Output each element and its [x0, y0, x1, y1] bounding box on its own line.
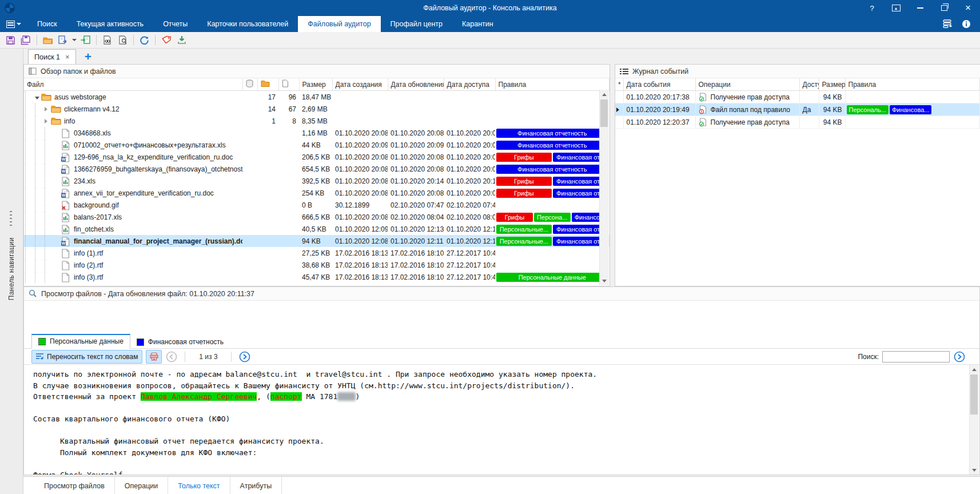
scroll-down-icon[interactable]	[600, 276, 609, 285]
column-header-created[interactable]: Дата создания	[332, 78, 388, 91]
viewer-tab[interactable]: Операции	[115, 477, 168, 494]
file-count	[278, 127, 299, 139]
open-folder-button[interactable]	[40, 33, 55, 47]
text-line	[33, 425, 967, 436]
next-page-button[interactable]	[238, 350, 251, 363]
menu-tab[interactable]: Поиск	[27, 16, 67, 32]
info-icon[interactable]	[962, 19, 971, 29]
restore-icon	[941, 5, 947, 11]
journal-row[interactable]: 01.10.2020 12:20:37Получение прав доступ…	[615, 116, 980, 129]
rules-cell: Финансовая отчетность	[495, 163, 609, 175]
restore-button[interactable]	[932, 0, 956, 16]
journal-column-rules[interactable]: Правила	[845, 78, 980, 91]
print-button[interactable]	[146, 350, 162, 364]
menu-tab[interactable]: Текущая активность	[67, 16, 153, 32]
table-row[interactable]: fin_otchet.xls40,5 KB01.10.2020 12:0901.…	[24, 223, 609, 235]
search-input[interactable]	[882, 351, 950, 362]
legend-tab[interactable]: Финансовая отчетность	[130, 336, 230, 349]
rule-badge: Финансовая отчетность	[496, 129, 608, 138]
close-button[interactable]: ×	[956, 0, 980, 16]
journal-row[interactable]: 01.10.2020 20:19:49Файл попал под правил…	[615, 103, 980, 116]
column-header-file[interactable]	[278, 78, 299, 91]
menu-tab[interactable]: Файловый аудитор	[298, 16, 380, 32]
table-row[interactable]: background.gif0 B30.12.189902.10.2020 07…	[24, 199, 609, 211]
navigation-panel-strip[interactable]: Панель навигации	[0, 49, 23, 494]
export-document-button[interactable]	[55, 33, 71, 47]
column-header-folder[interactable]	[257, 78, 278, 91]
wrap-text-button[interactable]: Переносить текст по словам	[31, 350, 142, 364]
expand-icon[interactable]	[45, 117, 51, 125]
table-row[interactable]: balans-2017.xls666,5 KB01.10.2020 20:080…	[24, 211, 609, 223]
journal-column-size[interactable]: Размер	[819, 78, 845, 91]
refresh-button[interactable]	[137, 33, 152, 47]
column-header-size[interactable]: Размер	[299, 78, 332, 91]
document-location-button[interactable]	[115, 33, 130, 47]
help-button[interactable]: ?	[860, 0, 884, 16]
file-icon	[61, 129, 71, 138]
close-tab-icon[interactable]: ×	[65, 53, 70, 61]
minimize-button[interactable]	[908, 0, 932, 16]
date-created: 01.10.2020 20:08	[332, 127, 388, 139]
journal-column-ops[interactable]: Операции	[695, 78, 799, 91]
dropdown-arrow-icon[interactable]	[71, 33, 78, 47]
scroll-down-icon[interactable]	[970, 465, 979, 475]
download-button[interactable]	[174, 33, 189, 47]
table-row[interactable]: Wannex_vii_tor_expenditure_verification_…	[24, 187, 609, 199]
tag-button[interactable]	[158, 33, 174, 47]
table-row[interactable]: info188,35 MB	[24, 115, 609, 127]
table-row[interactable]: info (3).rtf45,47 KB17.02.2016 18:1317.0…	[24, 271, 609, 283]
save-all-button[interactable]	[18, 33, 34, 47]
viewer-tab[interactable]: Только текст	[168, 477, 229, 494]
menu-tab[interactable]: Карантин	[452, 16, 503, 32]
table-row[interactable]: 0710002_отчет+о+финансовых+результатах.x…	[24, 139, 609, 151]
table-row[interactable]: Wfinancial_manual_for_project_manager_(r…	[24, 235, 609, 247]
previous-page-button[interactable]	[165, 350, 178, 363]
add-tab-button[interactable]: +	[85, 50, 91, 63]
viewer-tab[interactable]: Атрибуты	[230, 477, 282, 494]
menu-tab[interactable]: Профайл центр	[381, 16, 452, 32]
export-database-icon[interactable]	[943, 19, 953, 29]
pin-window-button[interactable]: ▲	[884, 0, 908, 16]
column-header-file[interactable]: Файл	[24, 78, 242, 91]
expand-icon[interactable]	[45, 105, 51, 113]
table-row[interactable]: info (1).rtf27,25 KB17.02.2016 18:1317.0…	[24, 247, 609, 259]
column-header-rules[interactable]: Правила	[495, 78, 609, 91]
scrollbar-thumb[interactable]	[970, 375, 978, 415]
scroll-up-icon[interactable]	[970, 365, 979, 374]
journal-row[interactable]: 01.10.2020 20:17:38Получение прав доступ…	[615, 91, 980, 103]
date-accessed: 27.12.2017 10:43	[444, 247, 495, 259]
folder-count: 17	[257, 91, 278, 103]
tab-label: Поиск 1	[34, 53, 60, 61]
save-button[interactable]	[3, 33, 18, 47]
table-row[interactable]: asus webstorage179618,47 MB	[24, 91, 609, 103]
table-row[interactable]: W129-696_nsa_la_kz_expenditure_verificat…	[24, 151, 609, 163]
find-in-document-button[interactable]	[99, 33, 115, 47]
table-row[interactable]: 234.xls392,5 KB01.10.2020 20:0801.10.202…	[24, 175, 609, 187]
table-row[interactable]: info (2).rtf38,68 KB17.02.2016 18:1317.0…	[24, 259, 609, 271]
import-document-button[interactable]	[78, 33, 93, 47]
panel-grip-icon[interactable]	[10, 211, 12, 226]
tab-search-1[interactable]: Поиск 1 ×	[28, 49, 76, 64]
search-go-button[interactable]	[953, 350, 966, 363]
column-header-disk[interactable]	[242, 78, 257, 91]
document-text-area[interactable]: получить по электронной почте - по адрес…	[24, 364, 979, 475]
viewer-tab[interactable]: Просмотр файлов	[34, 477, 114, 494]
column-header-accessed[interactable]: Дата доступа	[444, 78, 495, 91]
table-row[interactable]: 0346868.xls1,16 MB01.10.2020 20:0801.10.…	[24, 127, 609, 139]
journal-column-marker[interactable]: *	[615, 78, 623, 91]
menu-tab[interactable]: Отчеты	[153, 16, 197, 32]
file-table-scrollbar[interactable]	[599, 90, 609, 285]
column-header-updated[interactable]: Дата обновления	[388, 78, 444, 91]
scrollbar-thumb[interactable]	[600, 99, 608, 127]
app-menu-button[interactable]	[0, 16, 27, 32]
menu-tab[interactable]: Карточки пользователей	[197, 16, 298, 32]
journal-column-access[interactable]: Досту	[799, 78, 819, 91]
date-accessed: 01.10.2020 12:11	[444, 235, 495, 247]
collapse-icon[interactable]	[35, 93, 41, 101]
journal-column-date[interactable]: Дата события	[623, 78, 695, 91]
table-row[interactable]: W1366276959_buhgalterskaya_(finansovaya)…	[24, 163, 609, 175]
legend-tab[interactable]: Персональные данные	[31, 334, 130, 349]
table-row[interactable]: clickermann v4.1214672,69 MB	[24, 103, 609, 115]
scroll-up-icon[interactable]	[600, 90, 609, 99]
viewer-scrollbar[interactable]	[969, 365, 979, 475]
